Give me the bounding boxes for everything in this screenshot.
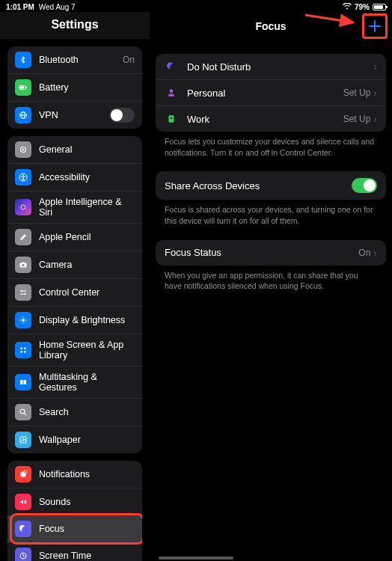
detail-header: Focus	[156, 12, 386, 40]
moon-icon	[165, 61, 178, 72]
focus-status-group: Focus Status On ›	[156, 240, 386, 266]
wifi-icon	[343, 3, 352, 11]
control-center-icon	[15, 284, 31, 301]
focus-caption: Focus lets you customize your devices an…	[156, 132, 386, 158]
sidebar-item-wallpaper[interactable]: Wallpaper	[7, 426, 142, 453]
pencil-icon	[15, 229, 31, 245]
screen-time-icon	[15, 548, 31, 561]
svg-rect-28	[24, 348, 26, 350]
svg-rect-31	[20, 380, 23, 384]
detail-title: Focus	[255, 20, 286, 32]
share-across-toggle[interactable]	[352, 178, 377, 193]
svg-rect-13	[22, 263, 25, 264]
home-screen-icon	[15, 342, 31, 358]
multitasking-icon	[15, 374, 31, 390]
battery-label: Battery	[39, 82, 135, 93]
vpn-icon	[15, 107, 31, 123]
gear-icon	[15, 141, 31, 158]
bluetooth-icon	[15, 52, 31, 68]
svg-rect-29	[21, 351, 23, 353]
person-icon	[165, 88, 178, 98]
svg-point-9	[22, 175, 24, 177]
sidebar-group-connectivity: Bluetooth On Battery VPN	[7, 46, 142, 129]
battery-icon	[373, 4, 386, 10]
svg-rect-30	[24, 351, 26, 353]
svg-point-36	[22, 438, 24, 440]
sidebar-item-camera[interactable]: Camera	[7, 251, 142, 278]
svg-point-7	[22, 149, 25, 151]
focus-mode-personal[interactable]: Personal Set Up ›	[156, 79, 386, 105]
sidebar-item-pencil[interactable]: Apple Pencil	[7, 223, 142, 251]
svg-point-46	[170, 89, 174, 93]
svg-point-48	[171, 117, 172, 119]
sidebar-group-notifications: Notifications Sounds Focus Screen Time	[7, 461, 142, 561]
sidebar-item-control-center[interactable]: Control Center	[7, 278, 142, 306]
home-indicator[interactable]	[159, 557, 233, 560]
sidebar-item-bluetooth[interactable]: Bluetooth On	[7, 46, 142, 73]
sidebar-item-sounds[interactable]: Sounds	[7, 488, 142, 515]
svg-line-24	[25, 322, 26, 323]
focus-icon	[15, 521, 31, 537]
annotation-arrow	[305, 12, 359, 31]
sidebar-item-general[interactable]: General	[7, 136, 142, 163]
wallpaper-icon	[15, 432, 31, 448]
sidebar-item-ai-siri[interactable]: Apple Intelligence & Siri	[7, 191, 142, 223]
sidebar-item-multitasking[interactable]: Multitasking & Gestures	[7, 366, 142, 398]
sidebar-item-search[interactable]: Search	[7, 398, 142, 426]
share-caption: Focus is shared across your devices, and…	[156, 200, 386, 226]
svg-rect-32	[24, 380, 27, 384]
sidebar-item-vpn[interactable]: VPN	[7, 101, 142, 129]
battery-percent: 79%	[355, 3, 370, 11]
detail-pane: Focus Do Not Disturb › Personal Set Up ›	[150, 12, 392, 561]
focus-status-row[interactable]: Focus Status On ›	[156, 240, 386, 266]
svg-point-38	[24, 470, 27, 473]
notifications-icon	[15, 466, 31, 482]
svg-point-10	[21, 205, 25, 209]
sidebar: Settings Bluetooth On Battery VPN Genera…	[0, 12, 150, 561]
focus-modes-group: Do Not Disturb › Personal Set Up › Work …	[156, 54, 386, 132]
bluetooth-label: Bluetooth	[39, 55, 118, 65]
svg-line-25	[21, 322, 22, 323]
svg-point-18	[22, 319, 25, 322]
sidebar-title: Settings	[0, 12, 150, 39]
bluetooth-value: On	[123, 55, 135, 65]
badge-icon	[165, 114, 178, 124]
focus-mode-dnd[interactable]: Do Not Disturb ›	[156, 54, 386, 79]
chevron-right-icon: ›	[373, 61, 377, 73]
svg-point-12	[22, 264, 25, 267]
search-icon	[15, 404, 31, 420]
sidebar-item-accessibility[interactable]: Accessibility	[7, 163, 142, 191]
chevron-right-icon: ›	[373, 87, 377, 99]
svg-rect-27	[21, 348, 23, 350]
status-bar: 1:01 PM Wed Aug 7 79%	[0, 0, 392, 12]
sidebar-item-display[interactable]: Display & Brightness	[7, 306, 142, 334]
chevron-right-icon: ›	[373, 113, 377, 125]
svg-rect-1	[26, 87, 27, 88]
sidebar-item-battery[interactable]: Battery	[7, 73, 142, 101]
add-focus-button[interactable]	[364, 15, 386, 37]
accessibility-icon	[15, 169, 31, 186]
vpn-toggle[interactable]	[109, 108, 135, 123]
siri-icon	[15, 199, 31, 215]
sidebar-item-focus[interactable]: Focus	[7, 515, 142, 542]
sidebar-item-notifications[interactable]: Notifications	[7, 461, 142, 488]
status-caption: When you give an app permission, it can …	[156, 266, 386, 292]
svg-line-45	[305, 15, 353, 22]
camera-icon	[15, 257, 31, 273]
share-across-group: Share Across Devices	[156, 171, 386, 200]
chevron-right-icon: ›	[373, 247, 377, 259]
sidebar-group-general: General Accessibility Apple Intelligence…	[7, 136, 142, 453]
svg-line-26	[25, 318, 26, 319]
svg-line-34	[25, 414, 27, 416]
focus-mode-work[interactable]: Work Set Up ›	[156, 105, 386, 132]
battery-settings-icon	[15, 79, 31, 96]
brightness-icon	[15, 312, 31, 328]
status-time: 1:01 PM	[6, 3, 34, 11]
status-date: Wed Aug 7	[39, 3, 76, 11]
sounds-icon	[15, 494, 31, 510]
sidebar-item-screen-time[interactable]: Screen Time	[7, 542, 142, 561]
svg-rect-2	[20, 87, 24, 89]
sidebar-item-home-screen[interactable]: Home Screen & App Library	[7, 334, 142, 366]
share-across-row[interactable]: Share Across Devices	[156, 171, 386, 200]
svg-point-33	[20, 409, 25, 414]
